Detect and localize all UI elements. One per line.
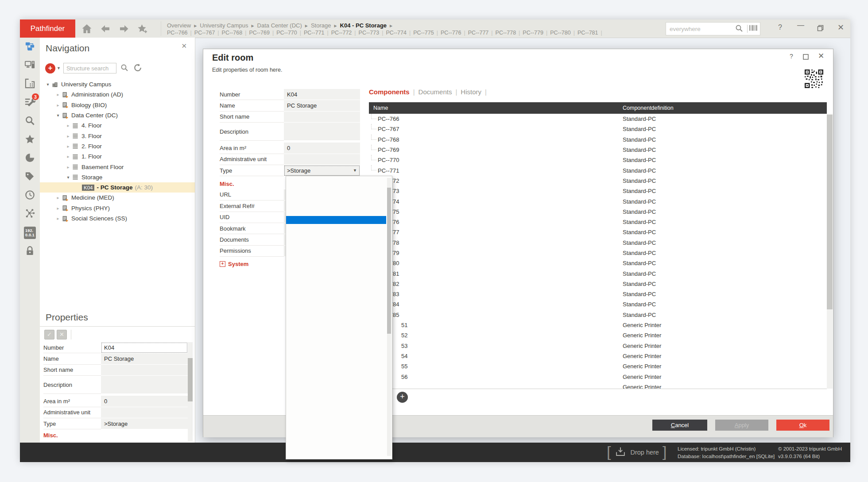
open-tab[interactable]: PC--772 (331, 30, 352, 36)
dropdown-option[interactable] (286, 346, 386, 354)
open-tab[interactable]: PC--774 (386, 30, 407, 36)
open-tab[interactable]: PC--767 (194, 30, 215, 36)
dialog-close-icon[interactable]: ✕ (818, 51, 824, 61)
column-header-definition[interactable]: Componentdefinition (623, 105, 674, 111)
table-scrollbar-thumb[interactable] (827, 115, 833, 309)
property-value[interactable]: >Storage (101, 418, 188, 429)
form-value[interactable]: PC Storage (284, 100, 360, 111)
home-icon[interactable] (81, 23, 93, 35)
open-tab[interactable]: PC--778 (496, 30, 516, 36)
structure-search-input[interactable] (63, 63, 116, 73)
drop-here-target[interactable]: [ Drop here ] (607, 443, 666, 462)
dropdown-option[interactable] (286, 394, 386, 402)
tree-expand-icon[interactable]: ▸ (65, 165, 72, 170)
open-tab[interactable]: PC--771 (304, 30, 325, 36)
dropdown-option[interactable] (286, 354, 386, 362)
tree-expand-icon[interactable]: ▸ (54, 92, 62, 97)
dropdown-option[interactable] (286, 451, 386, 459)
expand-section-icon[interactable]: + (220, 261, 225, 267)
tree-expand-icon[interactable]: ▸ (65, 123, 72, 128)
tree-item[interactable]: ▾ Storage (40, 172, 195, 182)
tree-expand-icon[interactable]: ▾ (65, 175, 72, 180)
dialog-help-icon[interactable]: ? (790, 53, 793, 60)
dropdown-option[interactable] (286, 184, 386, 192)
table-row[interactable]: PC--778 Standard-PC (369, 238, 827, 248)
dropdown-option[interactable] (286, 378, 386, 386)
table-row[interactable]: 52 Generic Printer (369, 330, 827, 340)
table-row[interactable]: PC--768 Standard-PC (369, 135, 827, 145)
tree-item[interactable]: ▸ Medicine (MED) (40, 193, 195, 203)
tree-item[interactable]: ▸ 4. Floor (40, 120, 195, 131)
tree-expand-icon[interactable]: ▾ (44, 82, 51, 87)
tree-item[interactable]: ▸ 2. Floor (40, 141, 195, 151)
form-value[interactable]: >Storage▼ (284, 165, 360, 176)
form-value[interactable] (284, 112, 360, 123)
tree-expand-icon[interactable]: ▸ (54, 206, 62, 211)
tree-item[interactable]: K04 - PC Storage (A: 30) (40, 182, 195, 193)
table-row[interactable]: PC--772 Standard-PC (369, 176, 827, 186)
table-row[interactable]: PC--776 Standard-PC (369, 217, 827, 227)
open-tab[interactable]: PC--780 (550, 30, 571, 36)
sidebar-item-hierarchy[interactable] (20, 38, 40, 56)
table-row[interactable]: PC--783 Standard-PC (369, 289, 827, 299)
help-button[interactable]: ? (778, 23, 782, 31)
tree-item[interactable]: ▸ 3. Floor (40, 131, 195, 141)
open-tab[interactable]: PC--773 (359, 30, 380, 36)
dropdown-option[interactable] (286, 386, 386, 394)
form-value[interactable] (284, 123, 360, 141)
search-icon[interactable] (735, 24, 744, 34)
dialog-maximize-icon[interactable] (803, 54, 809, 62)
sidebar-item-clock[interactable] (20, 186, 40, 205)
dropdown-option[interactable] (286, 427, 386, 435)
dropdown-option[interactable] (286, 362, 386, 370)
tree-item[interactable]: ▸ Social Sciences (SS) (40, 213, 195, 224)
tree-item[interactable]: ▾ Data Center (DC) (40, 110, 195, 120)
global-search-input[interactable] (666, 26, 735, 32)
table-row[interactable]: PC--777 Standard-PC (369, 227, 827, 237)
tree-expand-icon[interactable]: ▸ (54, 216, 62, 221)
tree-expand-icon[interactable]: ▸ (65, 154, 72, 159)
tree-item[interactable]: ▸ Physics (PHY) (40, 203, 195, 213)
form-value[interactable] (284, 154, 360, 165)
apply-button[interactable]: Apply (715, 420, 768, 431)
panel-close-icon[interactable]: ✕ (181, 42, 187, 50)
breadcrumb-item[interactable]: University Campus (200, 22, 248, 29)
dropdown-option[interactable] (286, 370, 386, 378)
table-row[interactable]: PC--770 Standard-PC (369, 155, 827, 165)
tree-item[interactable]: ▸ 1. Floor (40, 151, 195, 162)
table-row[interactable]: PC--785 Standard-PC (369, 310, 827, 320)
dropdown-option[interactable] (286, 313, 386, 321)
dropdown-option[interactable] (286, 297, 386, 305)
table-row[interactable]: PC--779 Standard-PC (369, 248, 827, 258)
sidebar-item-ip[interactable]: 192.0.0.1 (20, 224, 40, 242)
sidebar-item-workstation[interactable] (20, 56, 40, 75)
dropdown-option[interactable] (286, 338, 386, 346)
dropdown-option[interactable] (286, 321, 386, 329)
tree-item[interactable]: ▸ Administration (AD) (40, 89, 195, 100)
table-row[interactable]: PC--771 Standard-PC (369, 165, 827, 175)
dropdown-option[interactable] (286, 329, 386, 337)
dropdown-option[interactable] (286, 435, 386, 443)
table-row[interactable]: Generic Printer (369, 382, 827, 389)
breadcrumb-item[interactable]: Overview (167, 22, 191, 29)
detail-tab[interactable]: Components (369, 88, 410, 96)
open-tab[interactable]: PC--770 (276, 30, 297, 36)
sidebar-item-network[interactable] (20, 205, 40, 224)
tree-expand-icon[interactable]: ▾ (54, 113, 62, 118)
close-button[interactable]: ✕ (837, 23, 844, 32)
breadcrumb-item[interactable]: Data Center (DC) (257, 22, 302, 29)
tree-expand-icon[interactable]: ▸ (65, 134, 72, 139)
form-value[interactable]: 0 (284, 143, 360, 154)
dropdown-option[interactable] (286, 273, 386, 281)
table-row[interactable]: PC--769 Standard-PC (369, 145, 827, 155)
table-row[interactable]: PC--767 Standard-PC (369, 124, 827, 134)
breadcrumb-item[interactable]: Storage (311, 22, 331, 29)
property-value[interactable]: 0 (101, 396, 188, 407)
open-tab[interactable]: PC--769 (249, 30, 270, 36)
property-value[interactable]: K04 (101, 342, 188, 353)
cancel-button[interactable]: Cancel (652, 420, 707, 431)
table-row[interactable]: PC--766 Standard-PC (369, 114, 827, 124)
dropdown-option[interactable] (286, 224, 386, 232)
add-node-button[interactable]: + (45, 63, 55, 73)
table-row[interactable]: PC--775 Standard-PC (369, 207, 827, 217)
